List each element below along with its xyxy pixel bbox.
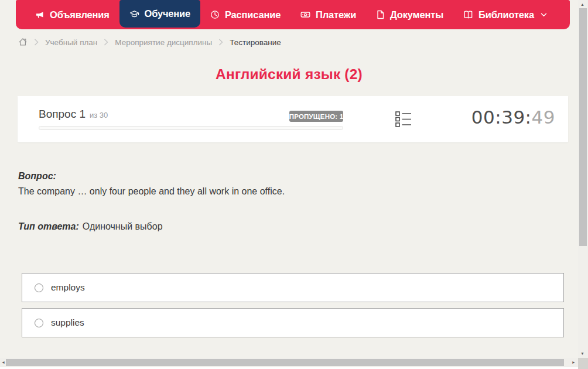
- question-label: Вопрос:: [18, 171, 56, 182]
- nav-item-documents[interactable]: Документы: [366, 0, 453, 29]
- question-progress-card: Вопрос 1 из 30 ПРОПУЩЕНО: 1 00:39:49: [18, 96, 568, 142]
- answer-options: employs supplies: [22, 273, 564, 343]
- horizontal-scrollbar-thumb[interactable]: [6, 359, 564, 366]
- nav-item-label: Обучение: [145, 8, 190, 19]
- document-icon: [376, 10, 385, 19]
- question-total: из 30: [90, 111, 108, 119]
- breadcrumb-item-discipline-event[interactable]: Мероприятие дисциплины: [115, 38, 212, 47]
- question-number: Вопрос 1: [39, 108, 86, 121]
- graduation-cap-icon: [129, 9, 139, 19]
- breadcrumb-separator-icon: [218, 39, 223, 46]
- horizontal-scrollbar[interactable]: ◄ ►: [0, 358, 578, 367]
- answer-option-label: employs: [51, 282, 85, 293]
- scroll-right-arrow-icon[interactable]: ►: [572, 360, 576, 364]
- main-navbar: Объявления Обучение Расписание: [16, 0, 570, 29]
- nav-item-label: Платежи: [316, 9, 356, 20]
- question-text: The company … only four people and they …: [18, 186, 285, 197]
- progress-bar: [39, 126, 343, 130]
- vertical-scrollbar[interactable]: ▲ ▼: [578, 0, 588, 358]
- scroll-down-arrow-icon[interactable]: ▼: [580, 351, 584, 356]
- timer: 00:39:49: [471, 107, 555, 128]
- clock-icon: [210, 10, 220, 19]
- nav-item-label: Объявления: [50, 9, 110, 20]
- open-book-icon: [463, 10, 473, 19]
- chevron-down-icon: [541, 13, 547, 17]
- app-viewport: Объявления Обучение Расписание: [0, 0, 588, 369]
- nav-item-label: Библиотека: [478, 9, 534, 20]
- answer-type-value: Одиночный выбор: [83, 221, 163, 231]
- radio-button[interactable]: [35, 283, 43, 292]
- nav-item-announcements[interactable]: Объявления: [25, 0, 119, 29]
- scrollbar-corner: [578, 358, 588, 369]
- scroll-left-arrow-icon[interactable]: ◄: [1, 360, 5, 364]
- timer-seconds: 49: [532, 107, 555, 128]
- breadcrumb-separator-icon: [34, 39, 39, 46]
- question-counter: Вопрос 1 из 30: [39, 108, 108, 121]
- answer-type-row: Тип ответа:Одиночный выбор: [18, 221, 163, 232]
- breadcrumb-item-study-plan[interactable]: Учебный план: [45, 38, 97, 47]
- banknote-icon: [300, 10, 310, 19]
- nav-item-schedule[interactable]: Расписание: [200, 0, 290, 29]
- radio-button[interactable]: [35, 319, 43, 327]
- home-icon[interactable]: [18, 37, 28, 47]
- breadcrumb-item-testing: Тестирование: [230, 38, 281, 47]
- nav-item-payments[interactable]: Платежи: [290, 0, 366, 29]
- vertical-scrollbar-thumb[interactable]: [579, 8, 587, 246]
- nav-item-learning[interactable]: Обучение: [119, 0, 200, 28]
- breadcrumb-separator-icon: [104, 39, 108, 46]
- answer-option-supplies[interactable]: supplies: [22, 308, 564, 337]
- skipped-badge: ПРОПУЩЕНО: 1: [289, 111, 343, 122]
- answer-option-employs[interactable]: employs: [22, 273, 564, 302]
- question-list-icon[interactable]: [395, 111, 412, 128]
- answer-type-label: Тип ответа:: [18, 221, 79, 231]
- timer-main: 00:39:: [471, 107, 532, 128]
- nav-item-label: Документы: [390, 9, 443, 20]
- nav-item-library[interactable]: Библиотека: [453, 0, 557, 29]
- megaphone-icon: [35, 10, 45, 19]
- breadcrumb: Учебный план Мероприятие дисциплины Тест…: [18, 36, 281, 48]
- answer-option-label: supplies: [51, 317, 84, 328]
- nav-item-label: Расписание: [225, 9, 281, 20]
- page-title: Английский язык (2): [0, 66, 578, 83]
- scroll-up-arrow-icon[interactable]: ▲: [580, 2, 584, 6]
